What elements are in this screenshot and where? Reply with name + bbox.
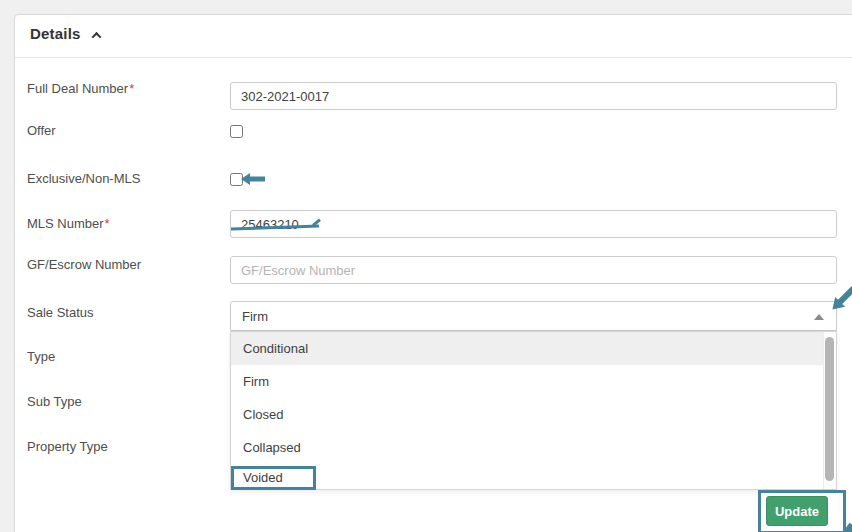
type-label: Type <box>27 349 55 365</box>
update-button[interactable]: Update <box>766 496 828 526</box>
gf-escrow-number-input[interactable] <box>230 256 837 284</box>
full-deal-number-label: Full Deal Number* <box>27 81 134 97</box>
sale-status-label: Sale Status <box>27 305 94 321</box>
property-type-label: Property Type <box>27 439 108 455</box>
sale-status-selected-value: Firm <box>242 309 268 324</box>
collapse-chevron-icon[interactable] <box>91 32 101 42</box>
option-label: Closed <box>243 407 283 422</box>
sale-status-dropdown-list: Conditional Firm Closed Collapsed Voided <box>230 331 837 490</box>
label-text: MLS Number <box>27 216 104 231</box>
option-label: Firm <box>243 374 269 389</box>
offer-label: Offer <box>27 123 56 139</box>
label-text: Type <box>27 349 55 364</box>
mls-number-input[interactable] <box>230 210 837 238</box>
full-deal-number-input[interactable] <box>230 82 837 110</box>
exclusive-non-mls-label: Exclusive/Non-MLS <box>27 171 140 187</box>
caret-up-icon[interactable] <box>814 314 824 320</box>
dropdown-option-closed[interactable]: Closed <box>231 398 836 431</box>
required-asterisk: * <box>105 216 110 231</box>
label-text: Sub Type <box>27 394 82 409</box>
dropdown-option-conditional[interactable]: Conditional <box>231 332 836 365</box>
dropdown-option-firm[interactable]: Firm <box>231 365 836 398</box>
label-text: Exclusive/Non-MLS <box>27 171 140 186</box>
dropdown-scrollbar-track[interactable] <box>823 332 836 489</box>
label-text: GF/Escrow Number <box>27 257 141 272</box>
section-header[interactable]: Details <box>30 25 100 42</box>
mls-number-label: MLS Number* <box>27 216 110 232</box>
option-label: Collapsed <box>243 440 301 455</box>
dropdown-scrollbar-thumb[interactable] <box>825 337 834 481</box>
label-text: Sale Status <box>27 305 94 320</box>
option-label: Voided <box>243 470 283 485</box>
section-title: Details <box>30 25 81 42</box>
label-text: Full Deal Number <box>27 81 128 96</box>
dropdown-option-collapsed[interactable]: Collapsed <box>231 431 836 464</box>
required-asterisk: * <box>129 81 134 96</box>
exclusive-non-mls-checkbox[interactable] <box>230 173 243 186</box>
offer-checkbox[interactable] <box>230 125 243 138</box>
option-label: Conditional <box>243 341 308 356</box>
header-divider <box>15 57 852 58</box>
label-text: Offer <box>27 123 56 138</box>
sub-type-label: Sub Type <box>27 394 82 410</box>
sale-status-select[interactable]: Firm <box>230 301 837 331</box>
dropdown-option-voided[interactable]: Voided <box>231 464 836 491</box>
gf-escrow-number-label: GF/Escrow Number <box>27 257 141 273</box>
label-text: Property Type <box>27 439 108 454</box>
